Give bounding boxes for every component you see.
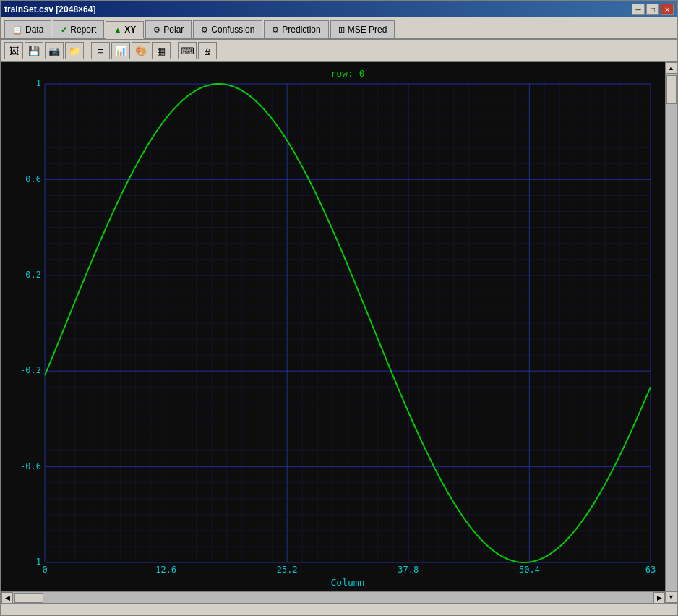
scrollbar-horizontal: ◀ ▶ [1,591,665,603]
scroll-left-button[interactable]: ◀ [1,592,13,604]
tab-mse-pred-label: MSE Pred [348,25,387,35]
tab-mse-pred[interactable]: ⊞ MSE Pred [330,20,395,38]
polar-tab-icon: ⚙ [153,25,160,35]
tab-data[interactable]: 📋 Data [4,20,51,38]
chart-canvas [1,62,665,591]
tab-xy[interactable]: ▲ XY [106,21,144,39]
title-bar-buttons: ─ □ ✕ [632,4,674,15]
title-bar: trainSet.csv [2048×64] ─ □ ✕ [1,1,677,17]
tab-data-label: Data [25,25,43,35]
scroll-up-button[interactable]: ▲ [666,62,677,74]
tool-bar-button[interactable]: 📊 [111,42,130,59]
scroll-h-thumb[interactable] [14,593,43,603]
scroll-right-button[interactable]: ▶ [653,592,665,604]
tool-print-button[interactable]: 🖨 [198,42,217,59]
tab-prediction[interactable]: ⚙ Prediction [264,20,328,38]
report-tab-icon: ✔ [61,25,67,35]
tab-report[interactable]: ✔ Report [53,20,104,38]
tab-confussion-label: Confussion [211,25,254,35]
chart-wrapper: ◀ ▶ [1,62,665,603]
window-title: trainSet.csv [2048×64] [4,4,95,14]
msepred-tab-icon: ⊞ [338,25,345,35]
tool-list-button[interactable]: ≡ [91,42,110,59]
tool-image-button[interactable]: 🖼 [4,42,23,59]
maximize-button[interactable]: □ [646,4,659,15]
minimize-button[interactable]: ─ [632,4,645,15]
scroll-down-button[interactable]: ▼ [666,591,677,603]
tab-xy-label: XY [124,25,136,35]
scroll-v-thumb[interactable] [666,75,677,104]
status-bar [1,603,677,615]
tab-bar: 📋 Data ✔ Report ▲ XY ⚙ Polar ⚙ Confussio… [1,17,677,40]
chart-container [1,62,665,591]
tab-report-label: Report [70,25,96,35]
chart-area: ◀ ▶ ▲ ▼ [1,62,677,603]
tool-color-button[interactable]: 🎨 [132,42,150,59]
tool-save-button[interactable]: 💾 [25,42,43,59]
tab-polar-label: Polar [163,25,184,35]
xy-tab-icon: ▲ [113,25,121,34]
confussion-tab-icon: ⚙ [201,25,208,35]
toolbar: 🖼 💾 📷 📁 ≡ 📊 🎨 ▦ ⌨ 🖨 [1,40,677,62]
tab-polar[interactable]: ⚙ Polar [145,20,192,38]
tab-confussion[interactable]: ⚙ Confussion [193,20,262,38]
tab-prediction-label: Prediction [282,25,320,35]
scrollbar-vertical: ▲ ▼ [665,62,677,603]
scroll-v-track[interactable] [666,74,677,591]
close-button[interactable]: ✕ [661,4,674,15]
tool-open-button[interactable]: 📁 [65,42,84,59]
tool-keyboard-button[interactable]: ⌨ [178,42,197,59]
prediction-tab-icon: ⚙ [272,25,279,35]
scroll-h-track[interactable] [13,592,653,603]
main-window: trainSet.csv [2048×64] ─ □ ✕ 📋 Data ✔ Re… [0,0,678,616]
data-tab-icon: 📋 [12,25,22,35]
tool-grid-button[interactable]: ▦ [152,42,171,59]
tool-copy-button[interactable]: 📷 [45,42,64,59]
